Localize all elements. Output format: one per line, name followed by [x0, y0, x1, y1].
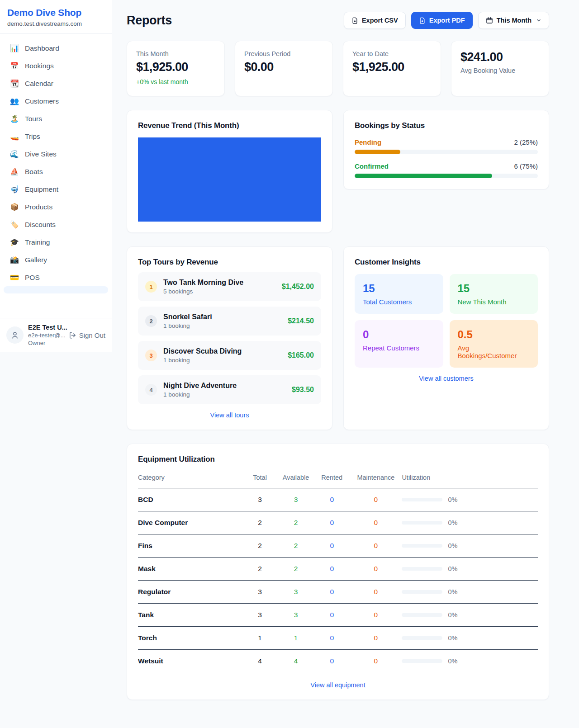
utilization-bar	[402, 498, 442, 501]
utilization-bar	[402, 567, 442, 571]
sidebar-item-label: Boats	[25, 168, 43, 176]
cell-available: 3	[278, 604, 314, 627]
sidebar-item-products[interactable]: 📦 Products	[4, 198, 108, 216]
person-icon	[11, 331, 19, 339]
sidebar-item-gallery[interactable]: 📸 Gallery	[4, 251, 108, 269]
period-dropdown[interactable]: This Month	[478, 12, 549, 29]
calendar-icon: 📆	[10, 79, 19, 88]
sidebar-item-dive-sites[interactable]: 🌊 Dive Sites	[4, 145, 108, 163]
user-footer: E2E Test U... e2e-tester@... Owner Sign …	[0, 318, 112, 352]
table-header-row: Category Total Available Rented Maintena…	[138, 470, 538, 488]
sidebar-item-bookings[interactable]: 📅 Bookings	[4, 57, 108, 75]
utilization-cell: 0%	[402, 588, 538, 596]
utilization-bar	[402, 636, 442, 640]
sidebar-item-label: Trips	[25, 132, 40, 141]
cell-rented: 0	[314, 488, 350, 511]
view-all-customers-link[interactable]: View all customers	[355, 375, 538, 382]
sidebar-item-label: Training	[25, 238, 50, 246]
customers-icon: 👥	[10, 97, 19, 105]
sidebar-item-boats[interactable]: ⛵ Boats	[4, 163, 108, 180]
file-download-icon	[351, 17, 358, 24]
insight-repeat-customers: 0 Repeat Customers	[355, 320, 443, 368]
utilization-percent: 0%	[448, 634, 457, 642]
rank-badge: 1	[145, 281, 157, 293]
utilization-bar	[402, 590, 442, 594]
table-row: Tank 3 3 0 0 0%	[138, 604, 538, 627]
cell-category: Wetsuit	[138, 650, 242, 673]
status-label: Confirmed	[355, 162, 389, 170]
sidebar-item-calendar[interactable]: 📆 Calendar	[4, 75, 108, 92]
charts-row: Revenue Trend (This Month) Bookings by S…	[127, 110, 549, 233]
insight-label: Repeat Customers	[363, 344, 435, 352]
sidebar-item-label: Gallery	[25, 256, 47, 264]
sidebar-item-trips[interactable]: 🚤 Trips	[4, 128, 108, 145]
tour-revenue: $1,452.00	[282, 283, 314, 291]
bookings-calendar-icon: 📅	[10, 61, 19, 70]
status-bar-track	[355, 150, 538, 154]
sidebar-nav: 📊 Dashboard 📅 Bookings 📆 Calendar 👥 Cust…	[0, 34, 112, 318]
camera-icon: 📸	[10, 255, 19, 264]
sidebar-item-pos[interactable]: 💳 POS	[4, 269, 108, 286]
sidebar-item-customers[interactable]: 👥 Customers	[4, 92, 108, 110]
stat-card-avg-booking-value: $241.00 Avg Booking Value	[451, 41, 549, 96]
cell-maintenance: 0	[350, 581, 402, 604]
diving-mask-icon: 🤿	[10, 185, 19, 194]
user-name: E2E Test U...	[28, 324, 64, 331]
insight-total-customers: 15 Total Customers	[355, 274, 443, 314]
header-actions: Export CSV Export PDF This Month	[344, 12, 549, 29]
tour-row: 1 Two Tank Morning Dive 5 bookings $1,45…	[138, 272, 321, 301]
sailboat-icon: ⛵	[10, 167, 19, 176]
tour-bookings: 1 booking	[163, 322, 212, 329]
sidebar-item-dashboard[interactable]: 📊 Dashboard	[4, 39, 108, 57]
stat-card-previous-period: Previous Period $0.00	[235, 41, 333, 96]
equipment-utilization-card: Equipment Utilization Category Total Ava…	[127, 444, 549, 700]
utilization-percent: 0%	[448, 565, 457, 572]
cell-maintenance: 0	[350, 650, 402, 673]
sidebar-item-reports-partial[interactable]	[4, 286, 108, 293]
insight-label: New This Month	[458, 298, 530, 306]
insight-value: 15	[363, 282, 435, 295]
tour-name: Discover Scuba Diving	[163, 347, 242, 355]
cell-category: Regulator	[138, 581, 242, 604]
table-row: Mask 2 2 0 0 0%	[138, 558, 538, 581]
sidebar-item-label: Discounts	[25, 221, 56, 229]
export-csv-button[interactable]: Export CSV	[344, 12, 406, 29]
cell-available: 1	[278, 627, 314, 650]
main-content: Reports Export CSV Export PDF	[112, 0, 579, 714]
sign-out-button[interactable]: Sign Out	[69, 331, 105, 339]
cell-rented: 0	[314, 604, 350, 627]
sidebar-item-equipment[interactable]: 🤿 Equipment	[4, 180, 108, 198]
view-all-tours-link[interactable]: View all tours	[138, 411, 321, 419]
utilization-cell: 0%	[402, 542, 538, 549]
cell-maintenance: 0	[350, 488, 402, 511]
tour-bookings: 1 booking	[163, 357, 242, 364]
insight-value: 15	[458, 282, 530, 295]
page-header: Reports Export CSV Export PDF	[127, 12, 549, 29]
sidebar-item-label: Tours	[25, 115, 42, 123]
sidebar-item-discounts[interactable]: 🏷️ Discounts	[4, 216, 108, 233]
cell-total: 3	[242, 604, 278, 627]
stats-row: This Month $1,925.00 +0% vs last month P…	[127, 41, 549, 96]
stat-card-year-to-date: Year to Date $1,925.00	[343, 41, 441, 96]
cell-maintenance: 0	[350, 604, 402, 627]
cell-category: Fins	[138, 534, 242, 558]
cell-available: 2	[278, 558, 314, 581]
insight-value: 0	[363, 328, 435, 341]
sidebar-item-training[interactable]: 🎓 Training	[4, 233, 108, 251]
sidebar: Demo Dive Shop demo.test.divestreams.com…	[0, 0, 112, 352]
utilization-percent: 0%	[448, 519, 457, 526]
stat-value: $241.00	[460, 50, 540, 64]
dashboard-icon: 📊	[10, 44, 19, 52]
view-all-equipment-link[interactable]: View all equipment	[138, 681, 538, 689]
export-pdf-button[interactable]: Export PDF	[411, 12, 473, 29]
sidebar-item-tours[interactable]: 🏝️ Tours	[4, 110, 108, 128]
sidebar-item-label: Products	[25, 203, 52, 211]
stat-value: $0.00	[244, 60, 323, 74]
tour-name: Snorkel Safari	[163, 313, 212, 321]
sidebar-item-label: Dive Sites	[25, 150, 57, 158]
tag-icon: 🏷️	[10, 220, 19, 229]
insight-value: 0.5	[458, 328, 530, 341]
tour-name: Night Dive Adventure	[163, 382, 237, 390]
cell-total: 4	[242, 650, 278, 673]
shop-title: Demo Dive Shop	[7, 7, 104, 18]
